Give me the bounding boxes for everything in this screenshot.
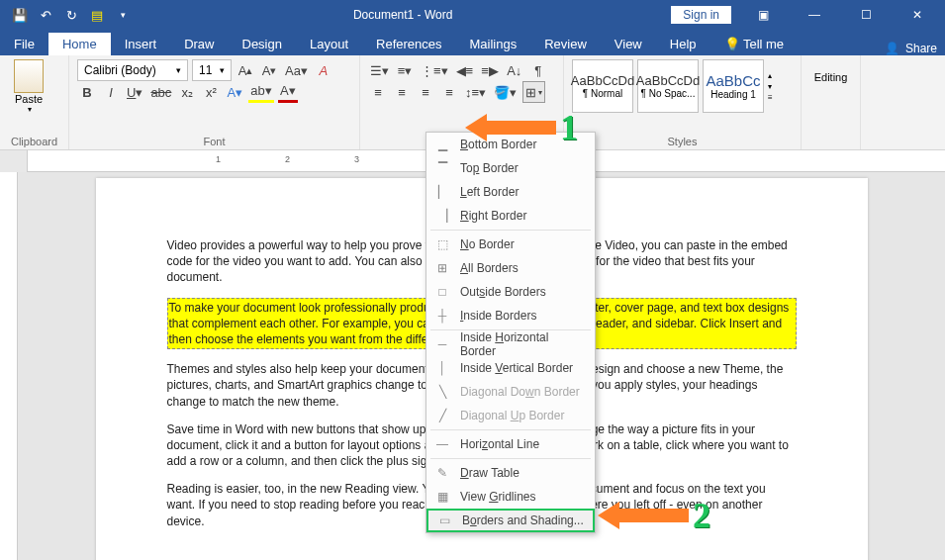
- window-title: Document1 - Word: [135, 8, 671, 22]
- menu-horizontal-line[interactable]: —Horizontal Line: [426, 432, 595, 456]
- tab-insert[interactable]: Insert: [111, 33, 171, 55]
- paste-label: Paste: [15, 93, 43, 105]
- vertical-ruler[interactable]: [0, 172, 18, 560]
- numbering-icon[interactable]: ≡▾: [395, 59, 415, 81]
- superscript-icon[interactable]: x²: [201, 81, 221, 103]
- font-name-combo[interactable]: Calibri (Body)▾: [77, 59, 188, 81]
- editing-group-label: [809, 136, 852, 147]
- annotation-number-2: 2: [693, 495, 710, 536]
- styles-more-icon[interactable]: ▴▾≡: [768, 59, 784, 113]
- change-case-icon[interactable]: Aa▾: [283, 59, 310, 81]
- style-normal[interactable]: AaBbCcDd ¶ Normal: [572, 59, 633, 113]
- align-left-icon[interactable]: ≡: [368, 81, 388, 103]
- menu-inside-horizontal-border[interactable]: ─Inside Horizontal Border: [426, 332, 595, 356]
- undo-icon[interactable]: ↶: [34, 3, 57, 27]
- borders-dropdown-button[interactable]: ⊞▾: [522, 81, 545, 103]
- bold-icon[interactable]: B: [77, 81, 97, 103]
- inside-borders-icon: ┼: [434, 308, 450, 324]
- decrease-indent-icon[interactable]: ◀≡: [454, 59, 476, 81]
- font-size-combo[interactable]: 11▾: [192, 59, 232, 81]
- highlight-icon[interactable]: ▤: [85, 3, 109, 27]
- save-icon[interactable]: 💾: [8, 3, 32, 27]
- right-border-icon: ▕: [434, 208, 450, 224]
- align-center-icon[interactable]: ≡: [392, 81, 412, 103]
- menu-outside-borders[interactable]: □Outside Borders: [426, 280, 595, 304]
- share-icon[interactable]: 👤: [885, 42, 899, 55]
- menu-left-border[interactable]: ▏Left Border: [426, 180, 595, 204]
- bullets-icon[interactable]: ☰▾: [368, 59, 391, 81]
- strikethrough-icon[interactable]: abc: [148, 81, 173, 103]
- justify-icon[interactable]: ≡: [439, 81, 459, 103]
- menu-inside-borders[interactable]: ┼Inside Borders: [426, 304, 595, 327]
- annotation-arrow-1: 1: [465, 107, 582, 148]
- arrow-head-icon: [598, 502, 619, 529]
- align-right-icon[interactable]: ≡: [416, 81, 435, 103]
- outside-borders-icon: □: [434, 284, 450, 300]
- style-name: ¶ No Spac...: [641, 88, 696, 99]
- style-no-spacing[interactable]: AaBbCcDd ¶ No Spac...: [637, 59, 699, 113]
- tab-draw[interactable]: Draw: [170, 33, 228, 55]
- menu-draw-table[interactable]: ✎Draw Table: [426, 461, 595, 485]
- menu-separator: [430, 230, 591, 231]
- shading-icon[interactable]: 🪣▾: [492, 81, 519, 103]
- tab-mailings[interactable]: Mailings: [456, 33, 531, 55]
- menu-view-gridlines[interactable]: ▦View Gridlines: [426, 485, 595, 509]
- tab-design[interactable]: Design: [229, 33, 296, 55]
- tab-references[interactable]: References: [362, 33, 455, 55]
- menu-separator: [430, 458, 591, 459]
- tab-help[interactable]: Help: [656, 33, 710, 55]
- close-icon[interactable]: ✕: [898, 0, 937, 30]
- share-label[interactable]: Share: [905, 42, 937, 55]
- redo-icon[interactable]: ↻: [59, 3, 83, 27]
- increase-indent-icon[interactable]: ≡▶: [479, 59, 501, 81]
- style-heading1[interactable]: AaBbCc Heading 1: [703, 59, 764, 113]
- clear-formatting-icon[interactable]: A: [314, 59, 333, 81]
- maximize-icon[interactable]: ☐: [846, 0, 886, 30]
- style-name: ¶ Normal: [583, 88, 622, 99]
- arrow-body: [619, 509, 689, 522]
- tell-me[interactable]: 💡 Tell me: [710, 33, 799, 55]
- style-name: Heading 1: [710, 89, 756, 100]
- font-size-value: 11: [199, 63, 212, 77]
- left-border-icon: ▏: [434, 184, 450, 200]
- ribbon-display-icon[interactable]: ▣: [743, 0, 783, 30]
- sign-in-button[interactable]: Sign in: [671, 6, 731, 24]
- underline-icon[interactable]: U▾: [125, 81, 144, 103]
- italic-icon[interactable]: I: [101, 81, 121, 103]
- styles-group-label: Styles: [572, 136, 793, 147]
- annotation-number-1: 1: [560, 107, 578, 148]
- quick-access-toolbar: 💾 ↶ ↻ ▤ ▾: [0, 3, 135, 27]
- font-color-icon[interactable]: A▾: [278, 81, 298, 103]
- sort-icon[interactable]: A↓: [505, 59, 524, 81]
- tab-review[interactable]: Review: [530, 33, 601, 55]
- menu-top-border[interactable]: ▔Top Border: [426, 156, 595, 180]
- tab-layout[interactable]: Layout: [296, 33, 362, 55]
- menu-inside-vertical-border[interactable]: │Inside Vertical Border: [426, 356, 595, 380]
- multilevel-list-icon[interactable]: ⋮≡▾: [419, 59, 450, 81]
- grow-font-icon[interactable]: A▴: [236, 59, 255, 81]
- ruler-corner: [0, 150, 28, 172]
- paste-button[interactable]: Paste ▾: [8, 59, 49, 114]
- inside-h-border-icon: ─: [434, 336, 450, 352]
- borders-dropdown-menu: ▁Bottom Border ▔Top Border ▏Left Border …: [425, 132, 596, 533]
- shrink-font-icon[interactable]: A▾: [259, 59, 279, 81]
- line-spacing-icon[interactable]: ↕≡▾: [463, 81, 488, 103]
- qat-customize-icon[interactable]: ▾: [111, 3, 135, 27]
- menu-all-borders[interactable]: ⊞All Borders: [426, 256, 595, 280]
- text-effects-icon[interactable]: A▾: [225, 81, 244, 103]
- highlight-color-icon[interactable]: ab▾: [248, 81, 273, 103]
- annotation-arrow-2: 2: [598, 495, 714, 536]
- menu-right-border[interactable]: ▕Right Border: [426, 204, 595, 228]
- tab-home[interactable]: Home: [48, 33, 111, 55]
- menu-borders-and-shading[interactable]: ▭Borders and Shading...: [426, 509, 595, 532]
- minimize-icon[interactable]: —: [795, 0, 834, 30]
- menu-no-border[interactable]: ⬚No Border: [426, 233, 595, 256]
- subscript-icon[interactable]: x₂: [177, 81, 197, 103]
- title-bar: 💾 ↶ ↻ ▤ ▾ Document1 - Word Sign in ▣ — ☐…: [0, 0, 945, 30]
- tab-file[interactable]: File: [0, 33, 48, 55]
- diag-up-icon: ╱: [434, 408, 450, 423]
- tab-view[interactable]: View: [601, 33, 656, 55]
- chevron-down-icon: ▾: [28, 105, 32, 114]
- show-hide-icon[interactable]: ¶: [528, 59, 548, 81]
- editing-button[interactable]: Editing: [809, 71, 852, 83]
